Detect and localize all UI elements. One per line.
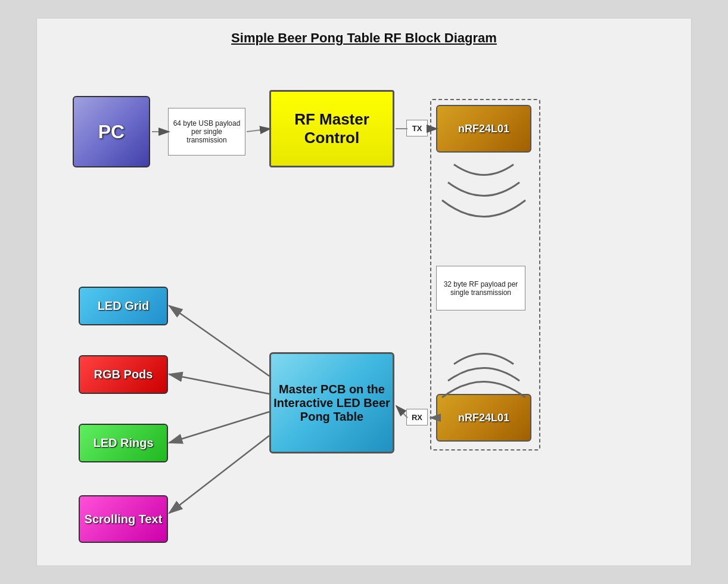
led-grid-box: LED Grid [79, 287, 168, 325]
svg-line-11 [169, 436, 269, 513]
svg-line-9 [169, 374, 269, 394]
rx-label: RX [406, 409, 428, 425]
scrolling-text-box: Scrolling Text [79, 495, 168, 543]
rgb-pods-box: RGB Pods [79, 355, 168, 394]
svg-line-8 [169, 306, 269, 376]
nrf-bottom-box: nRF24L01 [436, 394, 531, 442]
rf-master-box: RF Master Control [269, 90, 394, 167]
diagram-container: Simple Beer Pong Table RF Block Diagram … [36, 18, 692, 566]
rf-payload-label: 32 byte RF payload per single transmissi… [436, 266, 525, 310]
led-rings-box: LED Rings [79, 424, 168, 462]
svg-line-10 [169, 412, 269, 443]
pc-box: PC [73, 96, 150, 167]
tx-label: TX [406, 120, 428, 136]
master-pcb-box: Master PCB on the Interactive LED Beer P… [269, 352, 394, 453]
svg-line-3 [247, 129, 270, 132]
page-title: Simple Beer Pong Table RF Block Diagram [49, 30, 679, 46]
usb-payload-label: 64 byte USB payload per single transmiss… [168, 108, 245, 156]
nrf-top-box: nRF24L01 [436, 105, 531, 153]
